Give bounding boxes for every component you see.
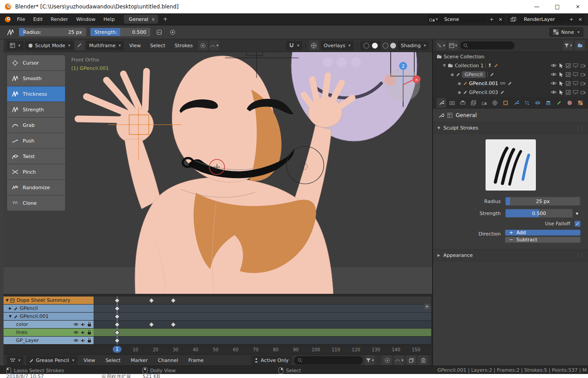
pressure-toggle-icon[interactable] — [154, 27, 164, 37]
radius-slider[interactable]: Radius: 25 px — [19, 28, 86, 37]
editor-type-button[interactable]: ▾ — [7, 41, 24, 50]
falloff-toggle-icon[interactable] — [167, 27, 177, 37]
scene-unlink-button[interactable]: × — [496, 15, 505, 24]
data-tab-icon[interactable] — [554, 98, 564, 108]
multiframe-dropdown[interactable]: Multiframe ▾ — [86, 41, 124, 50]
menu-file[interactable]: File — [13, 16, 29, 22]
snap-dropdown[interactable]: ▾ — [286, 41, 302, 50]
view-layer-tab-icon[interactable] — [469, 98, 478, 108]
use-falloff-checkbox[interactable]: ✓ — [575, 221, 580, 227]
outliner-search-input[interactable] — [460, 41, 514, 49]
object-tab-icon[interactable] — [501, 98, 510, 108]
tool-tab-icon[interactable] — [437, 98, 446, 108]
strength-field-slider[interactable]: 0.500 — [505, 209, 573, 218]
viewport-visibility-icon[interactable] — [573, 63, 578, 68]
viewport-menu-view[interactable]: View — [125, 43, 145, 49]
outliner-filter-button[interactable]: ▾ — [563, 41, 573, 50]
channel-row-color[interactable]: color — [4, 321, 431, 329]
selectable-pointer-icon[interactable] — [559, 89, 564, 95]
hide-eye-icon[interactable] — [551, 63, 557, 68]
outliner-display-mode-button[interactable]: ▾ — [448, 41, 458, 50]
proportional-falloff-dropdown-icon[interactable]: ▾ — [394, 355, 404, 365]
workspace-add-button[interactable]: + — [160, 16, 170, 22]
menu-render[interactable]: Render — [47, 16, 72, 22]
tool-strength[interactable]: Strength — [7, 102, 65, 117]
dopesheet-menu-frame[interactable]: Frame — [184, 358, 208, 363]
dot-expander-icon[interactable]: ● — [458, 90, 461, 94]
copy-keyframes-icon[interactable] — [406, 355, 416, 365]
render-visibility-icon[interactable] — [580, 81, 586, 85]
enable-checkbox-icon[interactable] — [566, 81, 571, 86]
direction-subtract-button[interactable]: − Subtract — [505, 237, 580, 243]
brush-preview[interactable] — [486, 139, 536, 191]
radius-field-slider[interactable]: 25 px — [505, 197, 580, 206]
render-tab-icon[interactable] — [447, 98, 457, 108]
dopesheet-menu-marker[interactable]: Marker — [127, 358, 152, 363]
viewport-menu-strokes[interactable]: Strokes — [171, 43, 197, 49]
render-visibility-icon[interactable] — [580, 73, 586, 77]
viewport-canvas[interactable]: Z × — [4, 52, 432, 294]
hide-eye-icon[interactable] — [551, 90, 557, 94]
scene-browse-icon[interactable]: ▾ — [428, 15, 439, 24]
channel-row-gpencil-001[interactable]: ▼ GPencil.001 — [4, 313, 431, 321]
channel-row-summary[interactable]: ▼ Dope Sheet Summary — [4, 297, 431, 305]
selectable-pointer-icon[interactable] — [559, 72, 564, 77]
view-layer-remove-button[interactable]: × — [576, 15, 584, 24]
tool-clone[interactable]: Clone — [7, 195, 65, 211]
outliner-row-gpencil-001[interactable]: ● GPencil.001 — [433, 79, 588, 88]
selectable-pointer-icon[interactable] — [559, 81, 564, 86]
viewport-visibility-icon[interactable] — [573, 90, 578, 94]
material-tab-icon[interactable] — [565, 98, 575, 108]
layer-hide-eye-icon[interactable] — [73, 338, 79, 342]
enable-checkbox-icon[interactable] — [566, 90, 571, 95]
panel-grip-icon[interactable]: ⋮⋮ — [576, 253, 584, 258]
close-button[interactable]: × — [568, 0, 588, 13]
tool-smooth[interactable]: Smooth — [7, 71, 65, 86]
enable-checkbox-icon[interactable] — [566, 63, 571, 68]
tool-grab[interactable]: Grab — [7, 118, 65, 133]
tool-randomize[interactable]: Randomize — [7, 180, 65, 195]
render-visibility-icon[interactable] — [580, 64, 586, 68]
paste-keyframes-icon[interactable] — [418, 355, 428, 365]
wireframe-shading-icon[interactable] — [363, 43, 369, 49]
blender-menu-icon[interactable] — [4, 16, 11, 23]
minimize-button[interactable]: — — [527, 0, 547, 13]
layer-lock-icon[interactable] — [87, 338, 91, 343]
panel-grip-icon[interactable]: ⋮⋮ — [576, 126, 584, 130]
dot-expander-icon[interactable]: ● — [458, 81, 461, 85]
view-layer-icon[interactable] — [507, 15, 519, 24]
dopesheet-menu-view[interactable]: View — [80, 358, 99, 363]
dopesheet-editor-type-button[interactable]: ▾ — [7, 356, 24, 365]
direction-add-button[interactable]: + Add — [505, 230, 580, 236]
dopesheet-scroll-zoom-button[interactable]: + — [424, 304, 430, 309]
viewport-menu-select[interactable]: Select — [146, 43, 169, 49]
active-only-toggle[interactable]: Active Only — [251, 356, 292, 365]
material-shading-icon[interactable] — [383, 43, 388, 49]
view-layer-name-field[interactable]: RenderLayer — [519, 15, 567, 24]
workspace-tab-general[interactable]: General × — [124, 15, 158, 24]
rendered-shading-icon[interactable] — [390, 43, 396, 49]
menu-edit[interactable]: Edit — [29, 16, 46, 22]
proportional-edit-icon[interactable] — [382, 355, 392, 365]
brush-falloff-icon[interactable] — [198, 41, 208, 50]
tool-thickness[interactable]: Thickness — [7, 86, 65, 102]
outliner-row-scene-collection[interactable]: Scene Collection — [433, 52, 588, 61]
modifier-tab-icon[interactable] — [511, 98, 521, 108]
outliner-row-collection-1[interactable]: ▼ Collection 1 — [433, 61, 588, 70]
render-visibility-icon[interactable] — [580, 90, 586, 94]
dopesheet-menu-channel[interactable]: Channel — [154, 358, 182, 363]
viewport-visibility-icon[interactable] — [573, 81, 578, 85]
viewport-visibility-icon[interactable] — [573, 72, 578, 77]
hide-eye-icon[interactable] — [551, 81, 557, 85]
layer-mute-speaker-icon[interactable] — [81, 330, 86, 335]
hide-eye-icon[interactable] — [551, 72, 557, 77]
dopesheet-mode-dropdown[interactable]: Grease Pencil ▾ — [26, 356, 78, 365]
world-tab-icon[interactable] — [490, 98, 500, 108]
animate-strength-button[interactable] — [574, 209, 580, 218]
scene-name-field[interactable]: Scene — [440, 15, 487, 24]
curve-falloff-dropdown-icon[interactable]: ▾ — [209, 41, 219, 50]
appearance-panel-header[interactable]: ▶ Appearance ⋮⋮ — [433, 249, 588, 261]
channel-row-gp-layer[interactable]: GP_Layer — [4, 337, 431, 345]
current-frame-indicator[interactable]: 1 — [113, 346, 122, 353]
outliner-row-gpencil-003[interactable]: ● GPencil.003 — [433, 88, 588, 97]
